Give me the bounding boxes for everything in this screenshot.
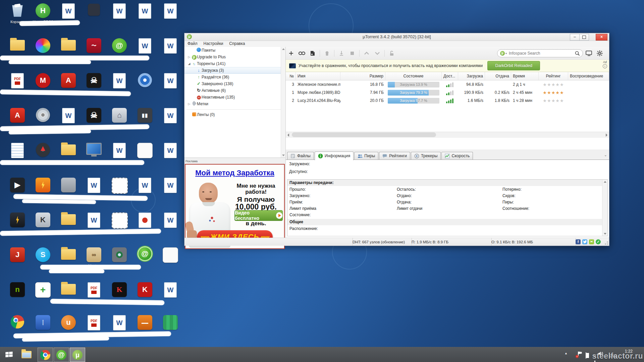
sidebar-item-пакеты[interactable]: Пакеты xyxy=(184,47,285,54)
sidebar-item-метки[interactable]: ▷Метки xyxy=(184,101,285,107)
rating-stars[interactable]: ★★★★★ xyxy=(539,98,568,103)
desktop-icon-folder[interactable] xyxy=(56,141,81,174)
start-button[interactable] xyxy=(2,348,16,361)
settings-gear-button[interactable] xyxy=(595,49,604,57)
desktop-icon-word[interactable]: W xyxy=(107,72,132,104)
desktop-icon-folder[interactable] xyxy=(56,211,81,243)
column-header-1[interactable]: № xyxy=(286,72,296,80)
sidebar-item-торренты-141-[interactable]: ◢↑↓Торренты (141) xyxy=(184,60,285,67)
title-bar[interactable]: µ µTorrent 3.4.2 (build 35702) [32-bit] … xyxy=(184,33,609,41)
scroll-right-icon[interactable] xyxy=(606,133,607,137)
scrollbar-thumb[interactable] xyxy=(292,132,436,137)
torrent-row[interactable]: 1Море любви.(1989).BDRip.1080p....7.94 Г… xyxy=(286,88,609,97)
desktop-icon-camera[interactable] xyxy=(107,246,132,278)
torrent-row[interactable]: 2Lucy.2014.x264.Blu-Ray.CEE.Remu...20.0 … xyxy=(286,97,609,105)
tab-файлы[interactable]: Файлы xyxy=(287,152,314,160)
details-scrollbar[interactable] xyxy=(602,180,607,236)
desktop-icon-mcafee[interactable]: M xyxy=(30,72,56,104)
ad-banner-title[interactable]: Мой метод Заработка xyxy=(185,169,284,177)
desktop-icon-folder[interactable] xyxy=(56,246,81,278)
desktop-icon-word[interactable]: W xyxy=(132,176,158,208)
sidebar-item-upgrade-to-plus[interactable]: ▷µUpgrade to Plus xyxy=(184,54,285,60)
rating-stars[interactable]: ★★★★★ xyxy=(539,90,568,95)
hidden-icons-button[interactable]: ▲ xyxy=(565,352,568,355)
mailru-agent-button[interactable]: @ xyxy=(54,348,69,362)
desktop-icon-folder[interactable] xyxy=(5,37,30,69)
desktop-icon-word[interactable]: W xyxy=(158,141,183,174)
desktop-icon-recycle[interactable]: Корзина xyxy=(5,2,30,34)
desktop-icon-card[interactable] xyxy=(158,314,183,346)
desktop-icon-skull[interactable]: ☠ xyxy=(81,72,107,104)
menu-Файл[interactable]: Файл xyxy=(184,41,201,46)
menu-Настройки[interactable]: Настройки xyxy=(201,41,226,46)
column-header-2[interactable]: Имя xyxy=(296,72,340,80)
scroll-up-icon[interactable] xyxy=(282,48,285,50)
sidebar-item-завершено-138-[interactable]: ✓Завершено (138) xyxy=(184,80,285,87)
desktop-icon-flame[interactable] xyxy=(30,176,56,208)
desktop-icon-word[interactable]: W xyxy=(158,2,183,34)
desktop-icon-word[interactable]: W xyxy=(81,211,107,243)
add-url-button[interactable] xyxy=(298,49,306,57)
create-torrent-button[interactable] xyxy=(308,49,317,57)
scroll-down-icon[interactable] xyxy=(604,233,606,235)
desktop-icon-app-dark[interactable] xyxy=(81,2,107,34)
android-icon[interactable] xyxy=(589,239,594,244)
desktop-icon-mail[interactable]: @ xyxy=(107,37,132,69)
desktop-icon-word[interactable]: W xyxy=(107,141,132,174)
column-header-10[interactable]: Воспроизведение xyxy=(568,72,609,80)
desktop-icon-pdf[interactable]: PDF xyxy=(5,72,30,104)
desktop-icon-app-k[interactable]: K xyxy=(30,211,56,243)
desktop-icon-word[interactable]: W xyxy=(107,314,132,346)
sidebar-scrollbar[interactable] xyxy=(281,47,285,158)
sidebar-item-неактивные-135-[interactable]: –Неактивные (135) xyxy=(184,94,285,101)
desktop-icon-app-u[interactable]: u xyxy=(56,314,81,346)
desktop-icon-lips[interactable]: 〜 xyxy=(81,37,107,69)
desktop-icon-frame[interactable] xyxy=(107,211,132,243)
desktop-icon-pdf[interactable]: PDF xyxy=(81,314,107,346)
desktop-icon-media[interactable]: ▶ xyxy=(5,176,30,208)
maximize-button[interactable] xyxy=(579,34,589,41)
desktop-icon-app-kred[interactable]: K xyxy=(132,281,158,313)
chrome-button[interactable] xyxy=(38,348,53,362)
search-input[interactable] xyxy=(508,51,575,56)
desktop-icon-folder[interactable] xyxy=(56,37,81,69)
column-header-6[interactable]: Загрузка xyxy=(458,72,485,80)
video-free-button[interactable]: Видео бесплатно xyxy=(234,210,283,221)
desktop-icon-kasp[interactable]: K xyxy=(107,281,132,313)
chevron-down-icon[interactable]: ▾ xyxy=(505,52,507,55)
desktop-icon-white[interactable] xyxy=(158,246,183,278)
info-icon[interactable]: i xyxy=(603,64,607,68)
column-header-3[interactable]: Размер xyxy=(340,72,385,80)
menu-Справка[interactable]: Справка xyxy=(226,41,248,46)
desktop-icon-doc-red[interactable] xyxy=(132,211,158,243)
facebook-icon[interactable]: f xyxy=(576,239,581,244)
desktop-icon-word[interactable]: W xyxy=(56,2,81,34)
desktop-icon-skype[interactable]: S xyxy=(30,246,56,278)
utorrent-taskbar-button[interactable]: µ xyxy=(70,348,85,362)
desktop-icon-word[interactable]: W xyxy=(132,2,158,34)
desktop-icon-white[interactable] xyxy=(132,141,158,174)
remove-button[interactable] xyxy=(323,49,331,57)
scroll-left-icon[interactable] xyxy=(287,133,289,137)
search-icon[interactable] xyxy=(575,51,580,56)
desktop-icon-app-silver[interactable]: ⌂ xyxy=(107,107,132,139)
desktop-icon-word[interactable]: W xyxy=(158,176,183,208)
desktop-icon-word[interactable]: W xyxy=(158,107,183,139)
desktop-icon-bolt[interactable] xyxy=(5,211,30,243)
desktop-icon-word[interactable]: W xyxy=(107,2,132,34)
desktop-icon-word[interactable]: W xyxy=(158,72,183,104)
search-box[interactable]: µ ▾ xyxy=(497,49,583,57)
desktop-icon-word[interactable]: W xyxy=(56,107,81,139)
twitter-icon[interactable] xyxy=(582,239,587,244)
desktop-icon-frame[interactable] xyxy=(107,176,132,208)
desktop-icon-wheel[interactable] xyxy=(30,37,56,69)
tab-скорость[interactable]: Скорость xyxy=(441,152,473,160)
rating-stars[interactable]: ★★★★★ xyxy=(539,82,568,87)
torrent-row[interactable]: 3Железное поколение.mkv16.8 ГБЗагрузка 1… xyxy=(286,80,609,88)
column-header-7[interactable]: Отдача xyxy=(485,72,511,80)
tab-рейтинги[interactable]: Рейтинги xyxy=(379,152,410,160)
desktop-icon-mailring[interactable]: @ xyxy=(132,246,158,278)
expander-expanded-icon[interactable]: ◢ xyxy=(187,62,191,65)
column-header-8[interactable]: Время xyxy=(511,72,539,80)
horizontal-scrollbar[interactable] xyxy=(286,132,609,138)
